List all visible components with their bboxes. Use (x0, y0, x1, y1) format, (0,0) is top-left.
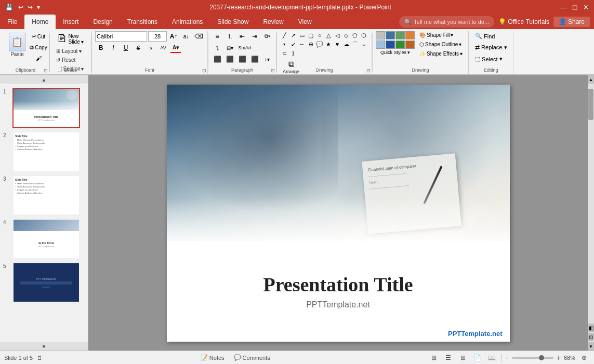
clear-formatting-button[interactable]: ⌫ (193, 31, 204, 42)
ribbon-collapse-button[interactable]: ▲ (583, 1, 593, 11)
tab-transitions[interactable]: Transitions (120, 15, 165, 29)
copy-button[interactable]: ⧉Copy (31, 42, 46, 52)
layout-button[interactable]: ⊞ Layout ▾ (54, 47, 84, 55)
comments-button[interactable]: 💬 Comments (230, 353, 274, 362)
scroll-down-button[interactable]: ▼ (588, 342, 594, 350)
minimize-button[interactable]: — (560, 4, 567, 11)
align-left-button[interactable]: ⬛ (212, 54, 223, 64)
diamond-shape[interactable]: ◇ (342, 31, 350, 39)
slide-thumb-5[interactable]: PPTTemplate.net template (12, 262, 80, 303)
cloud-shape[interactable]: ☁ (342, 40, 350, 48)
bullets-button[interactable]: ≡ (212, 31, 223, 42)
paste-button[interactable]: 📋 Paste (5, 31, 29, 59)
shape-effects-button[interactable]: ✨ Shape Effects ▾ (417, 50, 465, 58)
numbered-button[interactable]: ⒈ (224, 31, 235, 42)
more-shapes[interactable]: ▾ (280, 40, 288, 48)
hexagon-shape[interactable]: ⬡ (360, 31, 368, 39)
slide-thumb-item-2[interactable]: 2 Slide Title Make Effective Presentatio… (3, 131, 85, 172)
smartart-button[interactable]: SmArt (236, 43, 253, 53)
replace-button[interactable]: ⇄ Replace ▾ (472, 43, 509, 52)
qs-3[interactable] (395, 31, 405, 39)
bent-arrow[interactable]: ↙ (289, 40, 297, 48)
tab-insert[interactable]: Insert (56, 15, 86, 29)
rect-shape[interactable]: ▭ (298, 31, 306, 39)
font-expand-icon[interactable]: ⊡ (202, 68, 206, 73)
font-name-input[interactable] (95, 31, 147, 42)
slide-thumb-3[interactable]: Slide Title Make Effective Presentations… (12, 175, 80, 215)
notes-icon-area[interactable]: 🗒 (37, 355, 43, 361)
align-center-button[interactable]: ⬛ (224, 54, 235, 64)
zoom-in-button[interactable]: + (557, 354, 561, 361)
quick-access-customize[interactable]: ▾ (36, 3, 41, 12)
tell-me-placeholder[interactable]: Tell me what you want to do... (414, 19, 489, 25)
scroll-thumb[interactable] (588, 89, 593, 120)
font-increase-button[interactable]: A↑ (168, 31, 179, 42)
slide-thumb-2[interactable]: Slide Title Make Effective Presentations… (12, 131, 80, 172)
heart-shape[interactable]: ♥ (333, 40, 341, 48)
zoom-out-button[interactable]: − (505, 354, 509, 361)
italic-button[interactable]: I (108, 43, 119, 53)
font-decrease-button[interactable]: a↓ (180, 31, 192, 42)
view-normal-button[interactable]: ⊞ (428, 353, 440, 362)
char-spacing-button[interactable]: AV (157, 43, 169, 53)
custom-shape1[interactable]: ⌒ (351, 40, 359, 48)
drawing-expand-icon[interactable]: ⊡ (366, 68, 371, 73)
quad-arrow[interactable]: ⊕ (307, 40, 315, 48)
line-spacing-button[interactable]: ↕▾ (261, 54, 273, 64)
slide-canvas[interactable]: Financial plan of company ————————————Ta… (167, 85, 510, 342)
zoom-slider[interactable] (512, 357, 553, 359)
qs-2[interactable] (386, 31, 395, 39)
paragraph-expand-icon[interactable]: ⊡ (271, 68, 275, 73)
slide-thumb-item-3[interactable]: 3 Slide Title Make Effective Presentatio… (3, 175, 85, 215)
tab-home[interactable]: Home (24, 15, 56, 29)
shadow-button[interactable]: s (145, 43, 156, 53)
new-slide-button[interactable]: 🖹 New Slide ▾ (54, 31, 86, 46)
custom-shape2[interactable]: ⌣ (360, 40, 368, 48)
font-size-input[interactable] (148, 31, 167, 42)
strikethrough-button[interactable]: S (133, 43, 144, 53)
view-slide-sorter-button[interactable]: ⊞ (457, 353, 469, 362)
view-outline-button[interactable]: ☰ (443, 353, 454, 362)
justify-button[interactable]: ⬛ (249, 54, 260, 64)
zoom-thumb[interactable] (539, 355, 544, 360)
increase-indent-button[interactable]: ⇥ (249, 31, 260, 42)
text-direction-button[interactable]: ⤵ (212, 43, 223, 53)
triangle-shape[interactable]: △ (324, 31, 333, 39)
maximize-button[interactable]: □ (571, 4, 578, 11)
font-color-button[interactable]: A▾ (170, 43, 181, 53)
scroll-up-button[interactable]: ▲ (588, 75, 594, 84)
qs-8[interactable] (405, 41, 415, 49)
slide-thumb-item-5[interactable]: 5 PPTTemplate.net template (3, 262, 85, 303)
cut-button[interactable]: ✂Cut (31, 31, 46, 42)
slide-thumb-1[interactable]: Presentation Title PPTTemplate.net (12, 88, 80, 128)
decrease-indent-button[interactable]: ⇤ (236, 31, 248, 42)
double-arrow[interactable]: ↔ (298, 40, 306, 48)
custom-shape4[interactable]: } (289, 49, 297, 57)
custom-shape3[interactable]: ⊂ (280, 49, 288, 57)
scroll-fit[interactable]: ⊡ (588, 333, 594, 341)
slide-thumb-item-4[interactable]: 4 SLIDE TITLE PPTTemplate.net (3, 219, 85, 259)
quick-styles-button[interactable]: Quick Styles ▾ (376, 50, 415, 55)
slide-thumb-item-1[interactable]: 1 Presentation Title PPTTemplate.net (3, 88, 85, 128)
arrange-button[interactable]: ⧉ Arrange (280, 58, 302, 76)
select-button[interactable]: ⬚ Select ▾ (472, 54, 505, 64)
tab-review[interactable]: Review (256, 15, 291, 29)
slide-panel-scroll-down[interactable]: ▼ (0, 342, 88, 350)
arrow-shape[interactable]: ↗ (289, 31, 297, 39)
qs-1[interactable] (376, 31, 385, 39)
align-text-button[interactable]: ⊟▾ (224, 43, 235, 53)
shape-outline-button[interactable]: ⬡ Shape Outline ▾ (417, 41, 465, 48)
pentagon-shape[interactable]: ⬠ (351, 31, 359, 39)
star-shape[interactable]: ★ (324, 40, 333, 48)
reset-button[interactable]: ↺ Reset (54, 56, 77, 64)
qs-7[interactable] (395, 41, 405, 49)
qs-5[interactable] (376, 41, 385, 49)
tab-design[interactable]: Design (86, 15, 120, 29)
oval-shape[interactable]: ○ (315, 31, 324, 39)
columns-button[interactable]: ⧉▾ (261, 31, 273, 42)
undo-button[interactable]: ↩ (17, 3, 24, 12)
qs-6[interactable] (386, 41, 395, 49)
tab-file[interactable]: File (0, 15, 24, 29)
underline-button[interactable]: U (120, 43, 131, 53)
tab-animations[interactable]: Animations (165, 15, 210, 29)
